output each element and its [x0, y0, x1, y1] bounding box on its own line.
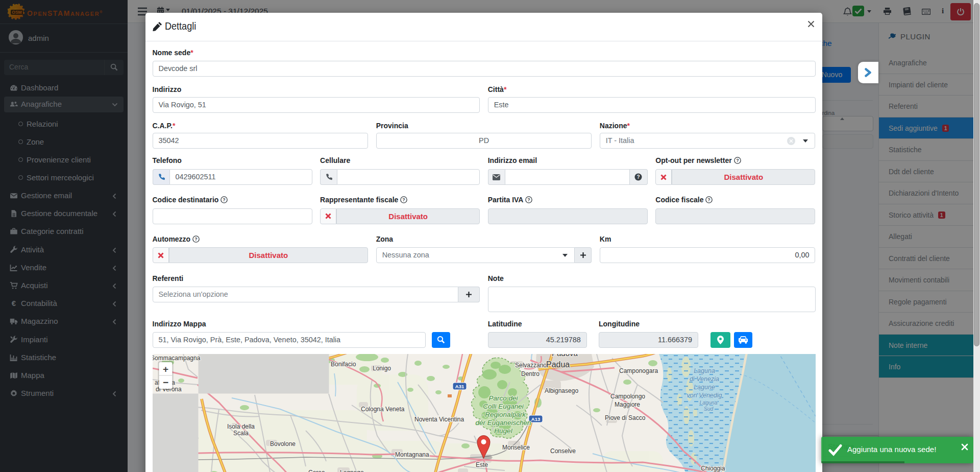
svg-text:?: ?: [708, 197, 710, 202]
svg-text:- Regionalpark: - Regionalpark: [481, 411, 526, 418]
svg-text:Scala: Scala: [233, 430, 249, 437]
svg-text:Dentro: Dentro: [521, 370, 540, 377]
svg-text:+: +: [162, 364, 168, 374]
svg-text:?: ?: [403, 197, 405, 202]
svg-text:?: ?: [194, 237, 197, 242]
svg-text:Padua: Padua: [546, 360, 570, 369]
svg-text:Este: Este: [476, 461, 488, 468]
svg-text:Campolongo: Campolongo: [610, 393, 645, 400]
svg-text:von Venedig: von Venedig: [687, 392, 722, 399]
svg-text:Piove di Sacco: Piove di Sacco: [605, 414, 646, 421]
svg-text:Legnago: Legnago: [340, 469, 364, 472]
svg-text:?: ?: [223, 197, 226, 202]
svg-text:?: ?: [637, 174, 640, 180]
svg-text:Monselice: Monselice: [502, 444, 530, 451]
svg-text:A13: A13: [531, 416, 540, 421]
svg-text:Lagune: Lagune: [694, 384, 715, 391]
svg-text:Hügel: Hügel: [494, 427, 512, 435]
svg-text:Bovolone: Bovolone: [270, 440, 296, 447]
svg-text:Albignasego: Albignasego: [545, 387, 578, 394]
svg-text:Cerea: Cerea: [308, 469, 325, 472]
svg-text:Colli Euganei: Colli Euganei: [483, 403, 524, 410]
svg-text:der Euganeischen: der Euganeischen: [475, 419, 531, 427]
svg-text:A31: A31: [455, 383, 464, 389]
svg-text:Maggiore: Maggiore: [615, 401, 640, 408]
svg-text:Laguna: Laguna: [699, 399, 717, 406]
svg-text:?: ?: [736, 158, 739, 163]
svg-text:Cologna Veneta: Cologna Veneta: [361, 406, 405, 413]
svg-text:Camponogara: Camponogara: [619, 367, 658, 374]
svg-text:Padova: Padova: [552, 354, 578, 358]
svg-text:Chioggia: Chioggia: [701, 465, 725, 472]
svg-text:Bonifacio: Bonifacio: [331, 361, 356, 368]
svg-text:?: ?: [527, 197, 530, 202]
svg-text:Conselve: Conselve: [550, 447, 576, 455]
svg-text:Montagnana: Montagnana: [395, 451, 429, 458]
svg-text:Sud: Sud: [703, 406, 714, 412]
svg-text:Isola della: Isola della: [227, 423, 255, 430]
svg-text:Laguna: Laguna: [694, 367, 715, 374]
svg-text:di Venezia: di Venezia: [690, 375, 719, 383]
svg-text:Lonigo: Lonigo: [373, 365, 391, 372]
svg-text:−: −: [162, 377, 168, 388]
svg-text:Sommacampagna: Sommacampagna: [153, 355, 201, 362]
svg-text:Selvazzano: Selvazzano: [515, 362, 547, 369]
svg-text:Noventa Vicentina: Noventa Vicentina: [414, 416, 464, 423]
svg-text:Parco dei: Parco dei: [488, 394, 518, 402]
